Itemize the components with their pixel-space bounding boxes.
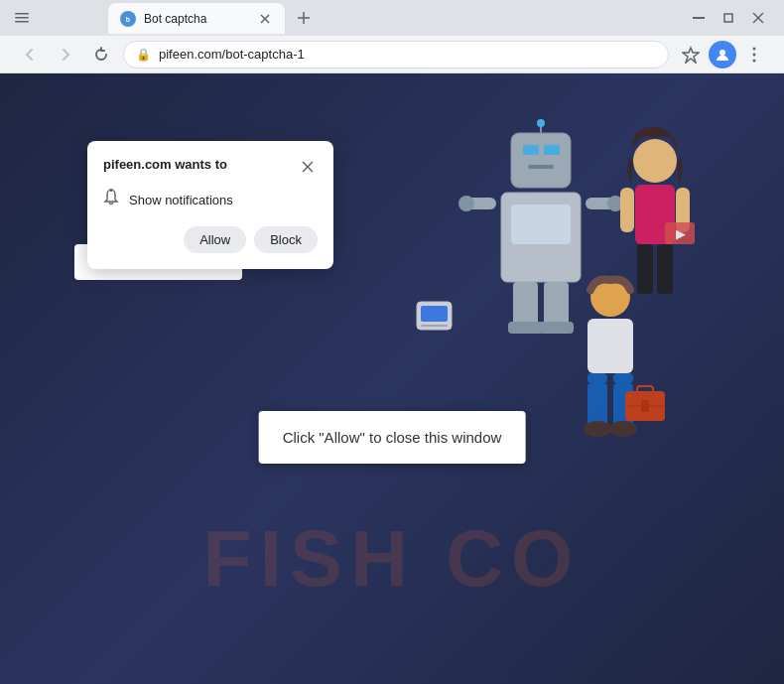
svg-point-15: [753, 47, 756, 50]
svg-rect-55: [421, 306, 448, 322]
title-bar: b Bot captcha: [0, 0, 784, 36]
svg-point-23: [537, 119, 545, 127]
svg-rect-38: [637, 244, 653, 294]
forward-button[interactable]: [52, 41, 79, 68]
permission-text: Show notifications: [129, 193, 233, 207]
tab-title: Bot captcha: [144, 12, 249, 26]
address-input-wrap[interactable]: 🔒 pifeen.com/bot-captcha-1: [123, 41, 669, 68]
svg-point-16: [753, 53, 756, 56]
new-tab-button[interactable]: [290, 4, 318, 32]
svg-text:b: b: [126, 16, 130, 23]
popup-actions: Allow Block: [103, 226, 318, 253]
svg-point-34: [633, 139, 677, 183]
svg-rect-41: [588, 319, 633, 373]
menu-dots-button[interactable]: [740, 41, 768, 68]
bell-icon: [103, 189, 119, 210]
page-illustration: ▶: [397, 103, 754, 530]
svg-rect-42: [588, 373, 607, 383]
svg-rect-21: [528, 165, 554, 169]
popup-close-button[interactable]: [298, 157, 318, 177]
profile-avatar-button[interactable]: [709, 41, 736, 68]
browser-window: b Bot captcha: [0, 0, 784, 684]
chrome-menu-button[interactable]: [8, 4, 36, 32]
svg-rect-1: [15, 17, 29, 19]
svg-rect-51: [641, 400, 649, 412]
tab-close-button[interactable]: [257, 11, 273, 27]
svg-rect-56: [421, 325, 448, 327]
svg-rect-10: [724, 14, 732, 22]
svg-text:▶: ▶: [676, 227, 686, 241]
address-text: pifeen.com/bot-captcha-1: [159, 47, 656, 62]
svg-rect-2: [15, 21, 29, 23]
tab-favicon: b: [120, 11, 136, 27]
popup-permission-row: Show notifications: [103, 189, 318, 210]
back-button[interactable]: [16, 41, 44, 68]
notification-popup: pifeen.com wants to: [87, 141, 333, 269]
active-tab[interactable]: b Bot captcha: [107, 2, 286, 34]
tab-bar: b Bot captcha: [40, 2, 681, 34]
minimize-button[interactable]: [685, 4, 713, 32]
tooltip-text: Click "Allow" to close this window: [283, 429, 502, 446]
lock-icon: 🔒: [136, 48, 151, 62]
svg-rect-43: [613, 373, 633, 383]
watermark-text: FISH CO: [203, 513, 581, 605]
svg-point-17: [753, 59, 756, 62]
title-bar-left: [8, 4, 36, 32]
maximize-button[interactable]: [715, 4, 742, 32]
svg-rect-18: [511, 133, 571, 188]
svg-rect-19: [523, 145, 539, 155]
svg-point-59: [110, 189, 113, 192]
svg-point-28: [458, 196, 474, 211]
svg-point-14: [719, 50, 725, 56]
svg-rect-20: [544, 145, 560, 155]
svg-rect-39: [657, 244, 673, 294]
svg-point-47: [609, 421, 637, 437]
svg-rect-9: [693, 17, 705, 19]
info-tooltip: Click "Allow" to close this window: [259, 411, 526, 464]
popup-header: pifeen.com wants to: [103, 157, 318, 177]
toolbar-icons: [677, 41, 768, 68]
svg-point-46: [584, 421, 611, 437]
close-window-button[interactable]: [744, 4, 772, 32]
page-content: ▶ FISH CO Click Allow to confirm Click "…: [0, 73, 784, 684]
svg-rect-0: [15, 13, 29, 15]
refresh-button[interactable]: [87, 41, 115, 68]
svg-rect-30: [513, 282, 538, 327]
block-button[interactable]: Block: [254, 226, 318, 253]
allow-button[interactable]: Allow: [184, 226, 246, 253]
svg-rect-36: [620, 188, 634, 232]
svg-rect-32: [508, 322, 543, 334]
svg-rect-25: [511, 205, 571, 244]
popup-site-name: pifeen.com wants to: [103, 157, 227, 172]
popup-title-area: pifeen.com wants to: [103, 157, 227, 172]
bookmark-star-button[interactable]: [677, 41, 705, 68]
address-bar: 🔒 pifeen.com/bot-captcha-1: [0, 36, 784, 73]
svg-marker-13: [683, 48, 699, 63]
svg-rect-33: [539, 322, 574, 334]
window-controls: [685, 4, 776, 32]
svg-rect-31: [544, 282, 569, 327]
